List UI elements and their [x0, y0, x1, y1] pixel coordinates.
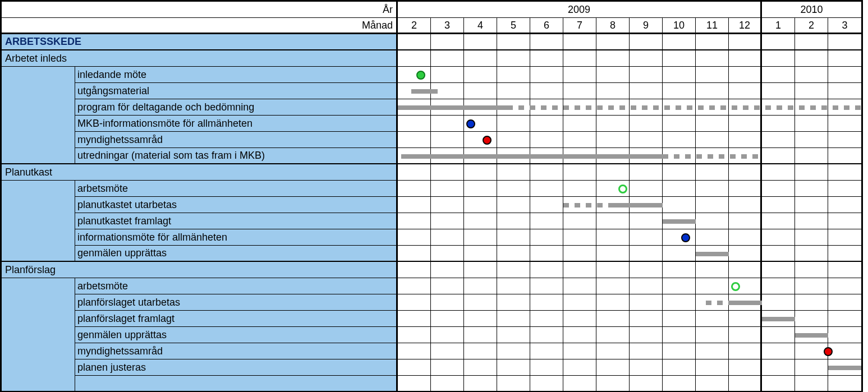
task-row [2, 376, 398, 392]
month-cell [663, 67, 696, 83]
month-cell [663, 278, 696, 294]
month-cell [630, 164, 663, 181]
month-cell [497, 83, 530, 99]
month-cell [398, 246, 431, 262]
month-cell [596, 246, 630, 262]
month-cell [398, 311, 431, 327]
month-cell [795, 116, 828, 132]
task-label: genmälen upprättas [75, 246, 396, 262]
gantt-bar [401, 154, 663, 159]
task-timeline [398, 327, 861, 343]
month-cell [431, 164, 464, 181]
month-cell [497, 50, 530, 67]
month-cell [828, 34, 861, 50]
task-row: arbetsmöte [2, 278, 398, 294]
task-timeline [398, 181, 861, 197]
task-timeline [398, 148, 861, 164]
month-cell: 3 [431, 18, 464, 34]
month-cell [729, 327, 762, 343]
month-cell [828, 376, 861, 392]
month-cell [795, 246, 828, 262]
month-cell [696, 359, 729, 376]
month-cell [497, 229, 530, 246]
month-cell [729, 376, 762, 392]
task-timeline [398, 311, 861, 327]
month-cell [431, 116, 464, 132]
task-timeline [398, 359, 861, 376]
month-cell [663, 376, 696, 392]
month-cell [530, 278, 563, 294]
month-cell [630, 294, 663, 311]
month-cell [431, 327, 464, 343]
group-title: Arbetet inleds [2, 50, 396, 67]
task-indent [2, 99, 75, 116]
task-timeline [398, 132, 861, 148]
month-cell [795, 50, 828, 67]
month-cell [696, 34, 729, 50]
month-cell [795, 229, 828, 246]
month-cell [729, 311, 762, 327]
month-cell: 5 [497, 18, 530, 34]
gantt-milestone [483, 136, 492, 145]
month-cell [630, 181, 663, 197]
month-cell [696, 197, 729, 213]
month-cell [563, 359, 596, 376]
task-timeline [398, 229, 861, 246]
gantt-milestone [416, 71, 425, 80]
month-cell [729, 246, 762, 262]
month-cell [464, 197, 497, 213]
month-cell [762, 83, 795, 99]
year-label: 2010 [762, 2, 861, 18]
month-cell [663, 132, 696, 148]
task-timeline [398, 246, 861, 262]
task-indent [2, 181, 75, 197]
task-indent [2, 67, 75, 83]
month-cell [663, 50, 696, 67]
month-cell [663, 327, 696, 343]
task-label: planförslaget framlagt [75, 311, 396, 327]
task-row: planen justeras [2, 359, 398, 376]
month-cell [596, 50, 630, 67]
month-cell [828, 148, 861, 164]
month-cell [497, 278, 530, 294]
month-cell [596, 229, 630, 246]
month-cell [630, 213, 663, 229]
month-cell [795, 132, 828, 148]
month-cell [795, 148, 828, 164]
month-cell [729, 34, 762, 50]
month-cell [431, 278, 464, 294]
month-cell [795, 164, 828, 181]
month-cell [563, 246, 596, 262]
task-label: planutkastet framlagt [75, 213, 396, 229]
month-cell [464, 67, 497, 83]
task-label [75, 376, 396, 392]
month-cell [563, 278, 596, 294]
gantt-chart: År20092010Månad23456789101112123ARBETSSK… [0, 0, 863, 392]
month-cell: 12 [729, 18, 762, 34]
month-cell [828, 262, 861, 278]
month-cell [530, 213, 563, 229]
month-cell [464, 294, 497, 311]
month-cell [828, 132, 861, 148]
task-row: program för deltagande och bedömning [2, 99, 398, 116]
month-cell [497, 359, 530, 376]
gantt-bar [828, 366, 861, 370]
month-cell [663, 311, 696, 327]
month-cell [398, 181, 431, 197]
task-label: planutkastet utarbetas [75, 197, 396, 213]
month-cell [596, 34, 630, 50]
month-cell [596, 262, 630, 278]
task-row: MKB-informationsmöte för allmänheten [2, 116, 398, 132]
month-cell [497, 34, 530, 50]
month-cell [464, 164, 497, 181]
task-label: myndighetssamråd [75, 343, 396, 359]
month-cell [828, 116, 861, 132]
task-label: myndighetssamråd [75, 132, 396, 148]
month-cell [795, 34, 828, 50]
month-cell [530, 116, 563, 132]
month-cell: 7 [563, 18, 596, 34]
task-label: MKB-informationsmöte för allmänheten [75, 116, 396, 132]
month-cell [630, 343, 663, 359]
task-row: myndighetssamråd [2, 343, 398, 359]
month-cell [696, 50, 729, 67]
